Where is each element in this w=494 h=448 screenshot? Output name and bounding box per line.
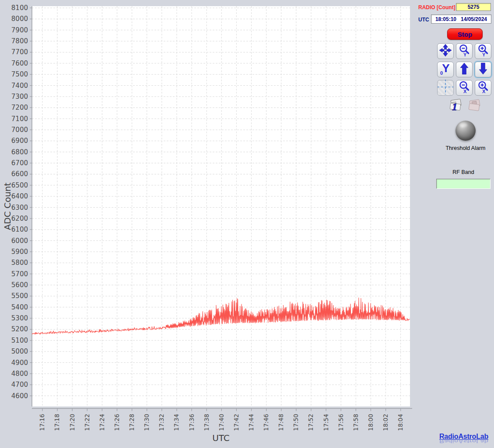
x-tick-label: 17:38: [203, 414, 210, 431]
x-axis-title: UTC: [212, 433, 230, 443]
snapshot-disabled-button[interactable]: [467, 99, 482, 114]
x-tick-label: 17:30: [143, 414, 150, 431]
y-zero-button[interactable]: Y 0: [437, 62, 454, 77]
x-tick-label: 17:40: [218, 414, 225, 431]
y-tick-label: 5300: [11, 314, 28, 322]
threshold-alarm-label: Threshold Alarm: [439, 145, 492, 151]
x-tick-label: 17:34: [173, 414, 180, 431]
zoom-out-y-button[interactable]: Y: [456, 43, 473, 59]
y-tick-label: 7200: [11, 104, 28, 111]
magnifier-plus-y-icon: Y: [476, 44, 490, 59]
threshold-alarm-led: [455, 121, 476, 141]
y-tick-label: 5000: [11, 347, 28, 355]
svg-text:Y: Y: [463, 52, 467, 57]
x-tick-label: 17:24: [98, 414, 105, 431]
y-tick-label: 5400: [11, 303, 28, 311]
y-tick-label: 6900: [11, 137, 28, 145]
magnifier-minus-x-icon: X: [458, 80, 471, 95]
y-tick-label: 6300: [11, 204, 28, 212]
y-tick-label: 5500: [11, 292, 28, 300]
y-tick-label: 6400: [11, 192, 28, 200]
y-tick-label: 5100: [11, 337, 28, 344]
stop-button[interactable]: Stop: [447, 28, 483, 40]
x-tick-label: 17:44: [248, 414, 255, 431]
x-tick-label: 17:48: [277, 414, 284, 431]
up-arrow-icon: [458, 62, 471, 77]
x-tick-label: 17:50: [292, 414, 299, 431]
svg-text:X: X: [482, 89, 486, 94]
x-tick-label: 17:58: [352, 414, 359, 431]
x-tick-label: 17:42: [233, 414, 240, 431]
shift-up-button[interactable]: [456, 62, 473, 77]
y-tick-label: 4800: [11, 370, 28, 378]
adc-strip-chart[interactable]: 8100800079007800770076007500740073007200…: [0, 0, 416, 448]
x-tick-label: 17:32: [158, 414, 165, 431]
crosshair-cursor-button[interactable]: [437, 80, 454, 96]
radio-count-label: RADIO [Count]: [418, 4, 455, 10]
y-tick-label: 8100: [11, 4, 28, 12]
rf-band-field[interactable]: [436, 179, 490, 189]
x-tick-label: 17:36: [188, 414, 195, 431]
y-tick-label: 4700: [11, 381, 28, 389]
app-window: { "app": { "background": "#d3d6de" }, "h…: [0, 0, 494, 448]
y-tick-label: 6100: [11, 226, 28, 233]
shift-down-button[interactable]: [475, 62, 491, 77]
utc-datetime-field[interactable]: 18:05:10 14/05/2024: [431, 14, 491, 24]
x-tick-label: 17:20: [69, 414, 76, 431]
utc-label: UTC: [418, 17, 429, 23]
y-tick-label: 5600: [11, 281, 28, 289]
x-tick-label: 17:54: [322, 414, 329, 431]
snapshot-button[interactable]: 1: [448, 99, 463, 114]
autoscale-button[interactable]: [437, 43, 454, 59]
x-tick-label: 17:46: [263, 414, 270, 431]
zoom-in-x-button[interactable]: X: [475, 80, 491, 96]
y-tick-label: 7500: [11, 70, 28, 78]
rf-band-label: RF Band: [439, 169, 487, 175]
y-tick-label: 7400: [11, 82, 28, 90]
down-arrow-icon: [476, 62, 490, 77]
x-tick-label: 17:28: [128, 414, 135, 431]
x-tick-label: 17:52: [307, 414, 314, 431]
x-tick-label: 17:26: [113, 414, 120, 431]
x-tick-label: 18:04: [397, 414, 404, 431]
zoom-in-y-button[interactable]: Y: [475, 43, 491, 59]
svg-text:X: X: [463, 89, 467, 94]
brand-logo: RadioAstroLab RadioAstroLab: [434, 433, 493, 444]
y-zero-icon: Y 0: [439, 62, 452, 77]
brand-logo-reflection: RadioAstroLab: [434, 440, 493, 444]
x-tick-label: 17:16: [39, 414, 46, 431]
magnifier-plus-x-icon: X: [476, 80, 490, 95]
y-tick-label: 7000: [11, 126, 28, 134]
y-tick-label: 4600: [11, 392, 28, 400]
y-tick-label: 6700: [11, 159, 28, 167]
x-tick-label: 17:56: [337, 414, 344, 431]
y-tick-label: 8000: [11, 15, 28, 23]
y-tick-label: 7900: [11, 26, 28, 34]
y-tick-label: 4900: [11, 359, 28, 367]
y-tick-label: 7600: [11, 59, 28, 67]
y-tick-label: 5700: [11, 270, 28, 278]
crosshair-icon: [438, 80, 453, 96]
fit-arrows-icon: [439, 44, 452, 59]
zoom-out-x-button[interactable]: X: [456, 80, 473, 96]
snapshot-icon: 1: [448, 98, 463, 115]
y-tick-label: 7700: [11, 48, 28, 56]
y-tick-label: 7100: [11, 115, 28, 123]
y-tick-label: 6800: [11, 148, 28, 156]
x-tick-label: 18:00: [367, 414, 374, 431]
magnifier-minus-y-icon: Y: [458, 44, 471, 59]
svg-text:Y: Y: [442, 62, 449, 75]
plot-area[interactable]: [32, 6, 410, 406]
x-tick-label: 18:02: [382, 414, 389, 431]
y-tick-label: 6200: [11, 215, 28, 222]
radio-count-field[interactable]: 5275: [456, 3, 491, 11]
svg-text:1: 1: [452, 101, 457, 112]
y-tick-label: 5800: [11, 259, 28, 267]
y-tick-label: 6000: [11, 237, 28, 245]
y-tick-label: 7800: [11, 37, 28, 45]
y-tick-label: 7300: [11, 93, 28, 101]
snapshot-disabled-icon: [467, 98, 482, 115]
y-axis-title: ADC Count: [2, 182, 13, 230]
svg-text:0: 0: [440, 70, 443, 75]
x-tick-label: 17:22: [84, 414, 91, 431]
